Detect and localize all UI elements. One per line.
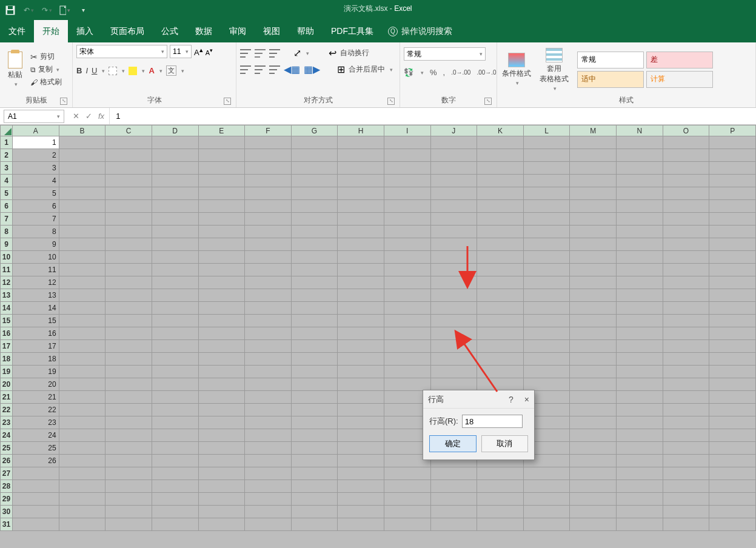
cell[interactable] (105, 391, 152, 404)
row-header[interactable]: 9 (1, 238, 13, 251)
cell[interactable] (477, 187, 524, 200)
enter-entry-icon[interactable]: ✓ (85, 112, 92, 121)
cell[interactable] (59, 442, 105, 455)
cell[interactable] (384, 149, 430, 162)
increase-decimal-button[interactable]: .0→.00 (451, 69, 470, 76)
cell[interactable] (105, 251, 152, 264)
row-header[interactable]: 21 (1, 391, 13, 404)
cell[interactable] (617, 226, 663, 238)
cell[interactable] (105, 162, 152, 175)
cell[interactable] (338, 353, 384, 366)
cell[interactable] (617, 506, 663, 518)
cell[interactable] (338, 366, 384, 378)
cell[interactable]: 9 (12, 238, 59, 251)
cell[interactable] (709, 518, 756, 531)
cell[interactable] (198, 226, 245, 238)
cell[interactable] (291, 467, 338, 480)
cell[interactable] (663, 366, 709, 378)
cell[interactable] (105, 506, 152, 518)
row-header[interactable]: 24 (1, 429, 13, 442)
cell[interactable] (570, 378, 617, 391)
cell[interactable] (663, 226, 709, 238)
cell[interactable] (384, 366, 430, 378)
cell[interactable] (663, 442, 709, 455)
cancel-button[interactable]: 取消 (481, 435, 529, 452)
cell[interactable] (338, 175, 384, 187)
cell[interactable] (198, 213, 245, 226)
cell[interactable] (663, 276, 709, 289)
cell[interactable] (709, 289, 756, 302)
cell[interactable] (152, 416, 198, 429)
orientation-icon[interactable]: ⤢ (293, 47, 301, 59)
cell[interactable] (523, 251, 570, 264)
merge-center-button[interactable]: 合并后居中 (349, 64, 385, 75)
cell[interactable] (570, 340, 617, 353)
cell[interactable] (709, 200, 756, 213)
cell[interactable] (105, 200, 152, 213)
cell[interactable] (663, 315, 709, 327)
cell[interactable] (105, 136, 152, 149)
cell[interactable] (59, 264, 105, 276)
cell[interactable] (105, 340, 152, 353)
cell[interactable] (709, 175, 756, 187)
cell[interactable] (617, 289, 663, 302)
cell[interactable] (198, 251, 245, 264)
tab-data[interactable]: 数据 (187, 20, 221, 42)
cell[interactable] (477, 302, 524, 315)
cell[interactable] (338, 226, 384, 238)
cell[interactable] (617, 327, 663, 340)
cell[interactable] (245, 187, 292, 200)
dialog-launcher-icon[interactable]: ⤡ (387, 98, 395, 105)
cell[interactable] (617, 467, 663, 480)
cell[interactable] (338, 404, 384, 416)
cell[interactable] (198, 353, 245, 366)
cell[interactable] (59, 238, 105, 251)
cell[interactable] (384, 289, 430, 302)
cell[interactable] (570, 416, 617, 429)
cell[interactable] (617, 404, 663, 416)
cell[interactable] (198, 315, 245, 327)
cell[interactable] (105, 175, 152, 187)
cell[interactable]: 10 (12, 251, 59, 264)
cell[interactable] (198, 136, 245, 149)
cell[interactable] (105, 149, 152, 162)
row-header[interactable]: 20 (1, 378, 13, 391)
cell[interactable] (663, 353, 709, 366)
cell[interactable] (291, 276, 338, 289)
cell[interactable] (430, 480, 477, 493)
cell[interactable] (291, 302, 338, 315)
cell[interactable] (430, 315, 477, 327)
cell[interactable] (198, 480, 245, 493)
comma-button[interactable]: , (443, 68, 446, 77)
cell[interactable] (291, 289, 338, 302)
cell[interactable] (384, 162, 430, 175)
cell[interactable] (245, 518, 292, 531)
cell[interactable] (570, 353, 617, 366)
column-header[interactable]: A (12, 125, 59, 136)
row-header[interactable]: 16 (1, 327, 13, 340)
row-header[interactable]: 4 (1, 175, 13, 187)
cell[interactable] (709, 187, 756, 200)
cell[interactable] (570, 327, 617, 340)
cell[interactable] (570, 467, 617, 480)
cell[interactable] (291, 442, 338, 455)
cell[interactable] (617, 429, 663, 442)
cell[interactable]: 22 (12, 404, 59, 416)
cell[interactable] (523, 213, 570, 226)
cell[interactable] (709, 315, 756, 327)
cell[interactable] (709, 442, 756, 455)
cell[interactable] (291, 404, 338, 416)
cell[interactable] (152, 251, 198, 264)
align-center-icon[interactable] (255, 65, 266, 74)
select-all-corner[interactable] (1, 125, 13, 136)
align-middle-icon[interactable] (255, 49, 266, 58)
cell[interactable] (198, 455, 245, 467)
style-calc[interactable]: 计算 (646, 71, 713, 88)
cell[interactable]: 6 (12, 200, 59, 213)
cell[interactable] (105, 467, 152, 480)
cell[interactable] (709, 327, 756, 340)
column-header[interactable]: L (523, 125, 570, 136)
cell[interactable] (152, 378, 198, 391)
cell[interactable] (152, 226, 198, 238)
cell[interactable] (617, 315, 663, 327)
